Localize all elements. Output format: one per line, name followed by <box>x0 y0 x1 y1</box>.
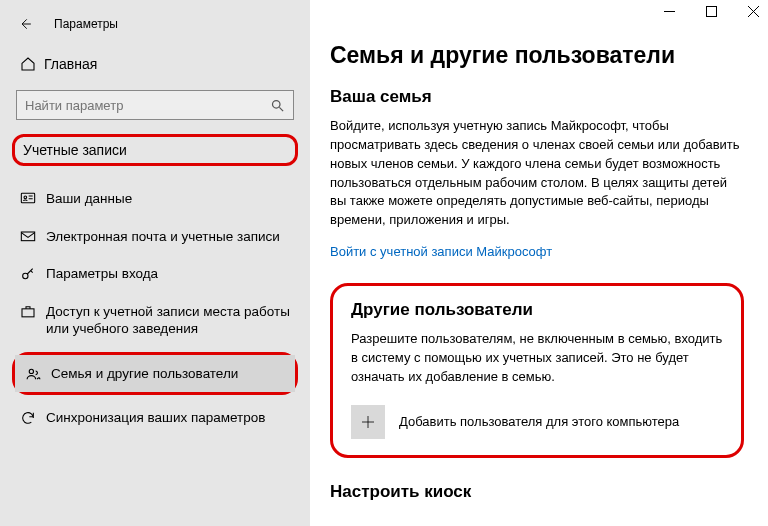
sync-icon <box>20 410 46 426</box>
kiosk-section-title: Настроить киоск <box>330 482 744 502</box>
key-icon <box>20 266 46 282</box>
sidebar-item-family[interactable]: Семья и другие пользователи <box>15 355 295 393</box>
search-input[interactable] <box>25 98 270 113</box>
sidebar-item-signin-options[interactable]: Параметры входа <box>0 255 310 293</box>
signin-link[interactable]: Войти с учетной записи Майкрософт <box>330 244 552 259</box>
svg-rect-1 <box>21 193 34 202</box>
nav-label: Параметры входа <box>46 265 310 283</box>
svg-rect-7 <box>707 7 717 17</box>
close-button[interactable] <box>748 6 762 17</box>
minimize-button[interactable] <box>664 6 678 17</box>
svg-rect-5 <box>22 308 34 316</box>
sidebar-item-work-access[interactable]: Доступ к учетной записи места работы или… <box>0 293 310 348</box>
nav-label: Синхронизация ваших параметров <box>46 409 310 427</box>
window-controls <box>664 6 762 17</box>
id-card-icon <box>20 191 46 205</box>
window-title: Параметры <box>54 17 118 31</box>
sidebar-category-highlight: Учетные записи <box>12 134 298 166</box>
sidebar-item-family-highlight: Семья и другие пользователи <box>12 352 298 396</box>
home-icon <box>20 56 44 72</box>
page-title: Семья и другие пользователи <box>330 42 744 69</box>
nav-label: Электронная почта и учетные записи <box>46 228 310 246</box>
maximize-button[interactable] <box>706 6 720 17</box>
sidebar-item-email[interactable]: Электронная почта и учетные записи <box>0 218 310 256</box>
nav-label: Семья и другие пользователи <box>51 365 295 383</box>
nav-label: Доступ к учетной записи места работы или… <box>46 303 310 338</box>
other-users-highlight: Другие пользователи Разрешите пользовате… <box>330 283 744 458</box>
svg-point-6 <box>29 369 33 373</box>
add-user-row[interactable]: Добавить пользователя для этого компьюте… <box>351 405 723 439</box>
main-content: Семья и другие пользователи Ваша семья В… <box>310 0 768 526</box>
sidebar-category: Учетные записи <box>23 142 127 158</box>
add-user-label: Добавить пользователя для этого компьюте… <box>399 414 679 429</box>
titlebar: Параметры <box>0 8 310 40</box>
nav-label: Ваши данные <box>46 190 310 208</box>
svg-point-2 <box>24 196 27 199</box>
sidebar-home[interactable]: Главная <box>0 48 310 80</box>
others-section-desc: Разрешите пользователям, не включенным в… <box>351 330 723 387</box>
others-section-title: Другие пользователи <box>351 300 723 320</box>
svg-point-0 <box>273 100 281 108</box>
family-section-desc: Войдите, используя учетную запись Майкро… <box>330 117 740 230</box>
mail-icon <box>20 229 46 243</box>
family-section-title: Ваша семья <box>330 87 744 107</box>
search-box[interactable] <box>16 90 294 120</box>
settings-sidebar: Параметры Главная Учетные записи Ваши да… <box>0 0 310 526</box>
sidebar-item-your-info[interactable]: Ваши данные <box>0 180 310 218</box>
sidebar-home-label: Главная <box>44 56 97 72</box>
briefcase-icon <box>20 304 46 319</box>
plus-icon <box>351 405 385 439</box>
sidebar-item-sync[interactable]: Синхронизация ваших параметров <box>0 399 310 437</box>
back-icon[interactable] <box>18 17 32 31</box>
svg-rect-3 <box>21 232 34 241</box>
people-icon <box>25 366 51 381</box>
search-icon <box>270 98 285 113</box>
svg-point-4 <box>23 273 28 278</box>
